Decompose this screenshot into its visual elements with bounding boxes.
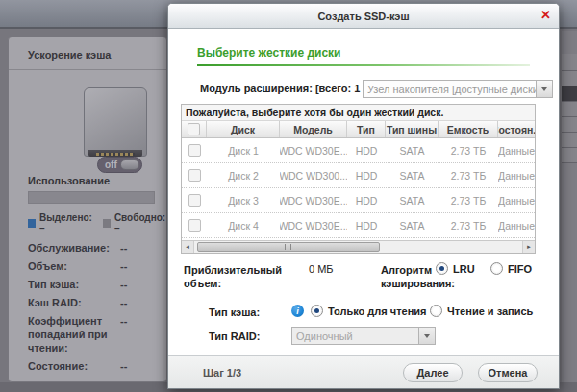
cell-type: HDD [347, 188, 386, 212]
cell-type: HDD [347, 138, 386, 162]
table-row[interactable]: Диск 2 WDC WD300... HDD SATA 2.73 ТБ Дан… [182, 163, 535, 188]
chevron-down-icon[interactable] [418, 328, 435, 344]
column-type[interactable]: Тип [347, 121, 386, 137]
screen: Ускорение кэша off Использование Выделен… [0, 0, 577, 392]
radio-button-icon[interactable] [311, 305, 323, 317]
dialog-footer: Шаг 1/3 Далее Отмена [168, 355, 559, 388]
cancel-button[interactable]: Отмена [478, 363, 538, 382]
cell-model: WDC WD30E... [280, 188, 347, 212]
cell-capacity: 2.73 ТБ [439, 188, 498, 212]
row-checkbox[interactable] [188, 169, 201, 182]
dialog-title: Создать SSD-кэш [317, 11, 409, 22]
cell-status: Данные [498, 188, 535, 212]
checkbox-cell [182, 138, 207, 162]
select-all-checkbox[interactable] [188, 123, 200, 135]
checkbox-cell [182, 188, 207, 212]
column-status[interactable]: Состоян... [498, 121, 535, 137]
cell-capacity: 2.73 ТБ [439, 163, 498, 187]
approx-volume-label: Приблизительный объем: [184, 263, 282, 290]
approx-volume-value: 0 МБ [309, 263, 334, 275]
cell-model: WDC WD30E... [280, 213, 347, 237]
cell-status: Данные [498, 213, 535, 237]
info-icon[interactable]: i [291, 305, 304, 317]
cell-model: WDC WD300... [280, 163, 347, 187]
cell-status: Данные [498, 138, 535, 162]
scrollbar-thumb[interactable] [197, 242, 380, 252]
section-underline [197, 64, 530, 66]
section-heading: Выберите жесткие диски [197, 46, 340, 60]
cell-bus: SATA [386, 138, 439, 162]
row-checkbox[interactable] [188, 144, 201, 157]
dialog-titlebar[interactable]: Создать SSD-кэш ✕ [168, 4, 559, 29]
table-row[interactable]: Диск 1 WDC WD30E... HDD SATA 2.73 ТБ Дан… [182, 138, 535, 163]
row-checkbox[interactable] [188, 194, 201, 207]
column-bus[interactable]: Тип шины [386, 121, 439, 137]
column-model[interactable]: Модель [280, 121, 347, 137]
cell-bus: SATA [386, 163, 439, 187]
table-row[interactable]: Диск 3 WDC WD30E... HDD SATA 2.73 ТБ Дан… [182, 188, 535, 213]
chevron-down-icon[interactable] [536, 81, 552, 97]
radio-lru[interactable]: LRU [436, 262, 475, 275]
thumb-grip-icon [285, 244, 292, 250]
disk-table: Пожалуйста, выберите хотя бы один жестки… [181, 104, 536, 254]
expansion-unit-value: Узел накопителя [доступные диски: 0/4 [364, 84, 536, 95]
scroll-right-icon[interactable]: ► [522, 241, 535, 253]
cell-type: HDD [347, 163, 386, 187]
step-indicator: Шаг 1/3 [203, 367, 403, 379]
table-notice: Пожалуйста, выберите хотя бы один жестки… [182, 105, 535, 121]
radio-button-icon[interactable] [436, 262, 448, 275]
radio-read-write[interactable]: Чтение и запись [430, 305, 533, 317]
cell-status: Данные [498, 163, 535, 187]
row-checkbox[interactable] [188, 219, 201, 232]
radio-button-icon[interactable] [490, 262, 503, 275]
radio-fifo[interactable]: FIFO [490, 262, 532, 275]
cell-disk: Диск 2 [207, 163, 280, 187]
select-all-cell [182, 121, 207, 137]
cell-model: WDC WD30E... [280, 138, 347, 162]
dialog-body: Выберите жесткие диски Модуль расширения… [168, 29, 559, 356]
create-ssd-cache-dialog: Создать SSD-кэш ✕ Выберите жесткие диски… [167, 3, 560, 389]
radio-read-only[interactable]: Только для чтения [311, 305, 427, 317]
cell-disk: Диск 4 [207, 213, 280, 237]
cell-bus: SATA [386, 188, 439, 212]
next-button[interactable]: Далее [403, 363, 463, 382]
raid-type-value: Одиночный [292, 331, 418, 342]
cell-disk: Диск 1 [207, 138, 280, 162]
checkbox-cell [182, 163, 207, 187]
column-disk[interactable]: Диск [207, 121, 280, 137]
horizontal-scrollbar[interactable]: ◄ ► [182, 240, 535, 253]
raid-type-select[interactable]: Одиночный [291, 327, 436, 345]
column-capacity[interactable]: Емкость [439, 121, 498, 137]
raid-type-label: Тип RAID: [209, 330, 260, 343]
checkbox-cell [182, 213, 207, 237]
cache-type-label: Тип кэша: [209, 306, 260, 319]
scroll-left-icon[interactable]: ◄ [182, 241, 194, 253]
cell-disk: Диск 3 [207, 188, 280, 212]
table-header: Диск Модель Тип Тип шины Емкость Состоян… [182, 121, 535, 138]
cell-capacity: 2.73 ТБ [439, 213, 498, 237]
table-row[interactable]: Диск 4 WDC WD30E... HDD SATA 2.73 ТБ Дан… [182, 213, 535, 238]
cell-type: HDD [347, 213, 386, 237]
expansion-unit-select[interactable]: Узел накопителя [доступные диски: 0/4 [363, 80, 553, 98]
cell-bus: SATA [386, 213, 439, 237]
radio-button-icon[interactable] [430, 305, 442, 317]
cell-capacity: 2.73 ТБ [439, 138, 498, 162]
close-icon[interactable]: ✕ [540, 8, 551, 22]
